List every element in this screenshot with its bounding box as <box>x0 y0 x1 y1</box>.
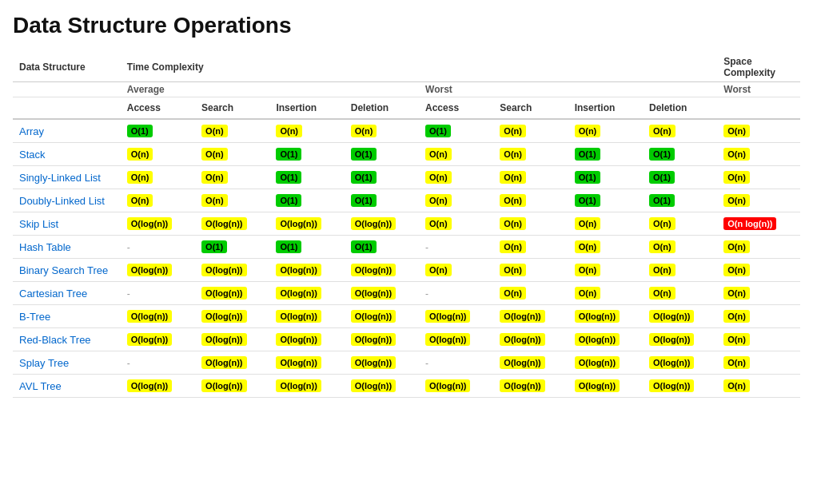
complexity-badge: O(log(n)) <box>201 217 246 230</box>
wst-delete-cell: O(n) <box>643 236 717 259</box>
ds-name-cell[interactable]: Hash Table <box>13 236 121 259</box>
ds-name-cell[interactable]: Doubly-Linked List <box>13 189 121 212</box>
avg-access-cell: O(n) <box>121 166 195 189</box>
avg-insert-cell: O(1) <box>269 189 344 212</box>
avg-deletion-header: Deletion <box>345 97 419 120</box>
wst-insert-cell: O(1) <box>568 166 643 189</box>
avg-insert-cell: O(1) <box>269 166 344 189</box>
ds-name-link[interactable]: Doubly-Linked List <box>19 195 105 207</box>
wst-deletion-header: Deletion <box>643 97 717 120</box>
wst-delete-cell: O(n) <box>643 212 717 236</box>
ds-name-cell[interactable]: Splay Tree <box>13 351 121 375</box>
avg-access-cell: O(log(n)) <box>121 305 195 328</box>
avg-search-cell: O(n) <box>195 166 269 189</box>
ds-name-link[interactable]: Cartesian Tree <box>19 288 87 300</box>
complexity-badge: O(n) <box>500 125 526 137</box>
wst-access-cell: O(n) <box>419 212 493 236</box>
complexity-badge: O(log(n)) <box>276 310 321 323</box>
complexity-badge: O(n) <box>500 171 526 184</box>
complexity-badge: O(n) <box>723 333 750 346</box>
ds-name-cell[interactable]: Cartesian Tree <box>13 282 121 305</box>
space-cell: O(n) <box>717 236 800 259</box>
complexity-badge: O(n) <box>500 240 526 253</box>
complexity-badge: O(1) <box>425 125 451 137</box>
avg-search-cell: O(log(n)) <box>195 375 269 398</box>
space-cell: O(n) <box>717 119 800 143</box>
ds-name-link[interactable]: Binary Search Tree <box>19 264 108 276</box>
complexity-badge: O(n) <box>201 125 228 137</box>
wst-delete-cell: O(log(n)) <box>643 375 717 398</box>
avg-access-cell: O(log(n)) <box>121 259 195 282</box>
avg-insert-cell: O(log(n)) <box>269 282 344 305</box>
ds-name-cell[interactable]: Singly-Linked List <box>13 166 121 189</box>
wst-insert-cell: O(n) <box>568 212 643 236</box>
wst-search-cell: O(n) <box>493 189 568 212</box>
complexity-badge: O(1) <box>276 171 301 184</box>
ds-name-link[interactable]: Splay Tree <box>19 357 69 369</box>
wst-delete-cell: O(log(n)) <box>643 351 717 375</box>
dash-value: - <box>425 288 428 300</box>
avg-access-header: Access <box>121 97 195 120</box>
ds-name-link[interactable]: AVL Tree <box>19 380 62 392</box>
complexity-badge: O(1) <box>575 148 600 161</box>
complexity-badge: O(1) <box>575 171 600 184</box>
complexity-badge: O(n) <box>276 125 302 137</box>
space-cell: O(n) <box>717 259 800 282</box>
avg-insert-cell: O(1) <box>269 143 344 166</box>
complexity-badge: O(n) <box>500 148 526 161</box>
wst-access-cell: - <box>419 351 493 375</box>
avg-access-cell: O(log(n)) <box>121 212 195 236</box>
table-row: Binary Search Tree O(log(n)) O(log(n)) O… <box>13 259 800 282</box>
complexity-badge: O(n) <box>723 356 750 369</box>
table-row: Singly-Linked List O(n) O(n) O(1) O(1) O… <box>13 166 800 189</box>
header-row-2: Average Worst Worst <box>13 82 800 97</box>
avg-delete-cell: O(1) <box>345 236 419 259</box>
avg-access-cell: - <box>121 236 195 259</box>
complexity-badge: O(n) <box>723 240 750 253</box>
avg-search-header: Search <box>195 97 269 120</box>
avg-search-cell: O(1) <box>195 236 269 259</box>
wst-insert-cell: O(n) <box>568 236 643 259</box>
ds-name-cell[interactable]: AVL Tree <box>13 375 121 398</box>
complexity-badge: O(n) <box>575 125 601 137</box>
ds-name-link[interactable]: Red-Black Tree <box>19 334 91 346</box>
complexity-badge: O(n) <box>723 264 750 276</box>
complexity-badge: O(log(n)) <box>127 264 172 276</box>
complexity-badge: O(log(n)) <box>201 379 246 392</box>
complexity-table: Data Structure Time Complexity Space Com… <box>13 51 800 398</box>
avg-access-cell: O(1) <box>121 119 195 143</box>
ds-name-link[interactable]: Array <box>19 125 44 137</box>
ds-name-cell[interactable]: Stack <box>13 143 121 166</box>
wst-insert-cell: O(n) <box>568 119 643 143</box>
space-cell: O(n) <box>717 143 800 166</box>
empty-header <box>13 82 121 97</box>
avg-insert-cell: O(log(n)) <box>269 375 344 398</box>
avg-delete-cell: O(log(n)) <box>345 328 419 351</box>
wst-access-cell: O(n) <box>419 143 493 166</box>
ds-name-cell[interactable]: Array <box>13 119 121 143</box>
complexity-badge: O(n) <box>649 240 676 253</box>
ds-name-cell[interactable]: Binary Search Tree <box>13 259 121 282</box>
complexity-badge: O(log(n)) <box>575 333 620 346</box>
avg-insert-cell: O(1) <box>269 236 344 259</box>
avg-delete-cell: O(log(n)) <box>345 259 419 282</box>
complexity-badge: O(log(n)) <box>201 310 246 323</box>
ds-name-cell[interactable]: B-Tree <box>13 305 121 328</box>
wst-delete-cell: O(log(n)) <box>643 305 717 328</box>
wst-insert-cell: O(log(n)) <box>568 305 643 328</box>
ds-name-link[interactable]: Hash Table <box>19 241 71 253</box>
ds-name-link[interactable]: Stack <box>19 149 46 161</box>
wst-insertion-header: Insertion <box>568 97 643 120</box>
ds-name-cell[interactable]: Red-Black Tree <box>13 328 121 351</box>
ds-name-link[interactable]: B-Tree <box>19 311 50 323</box>
avg-search-cell: O(log(n)) <box>195 351 269 375</box>
complexity-badge: O(log(n)) <box>649 310 694 323</box>
ds-name-cell[interactable]: Skip List <box>13 212 121 236</box>
complexity-badge: O(log(n)) <box>127 333 172 346</box>
ds-name-link[interactable]: Singly-Linked List <box>19 172 101 184</box>
space-cell: O(n) <box>717 328 800 351</box>
ds-name-link[interactable]: Skip List <box>19 218 58 230</box>
complexity-badge: O(log(n)) <box>500 379 544 392</box>
wst-search-cell: O(n) <box>493 236 568 259</box>
complexity-badge: O(1) <box>351 148 377 161</box>
